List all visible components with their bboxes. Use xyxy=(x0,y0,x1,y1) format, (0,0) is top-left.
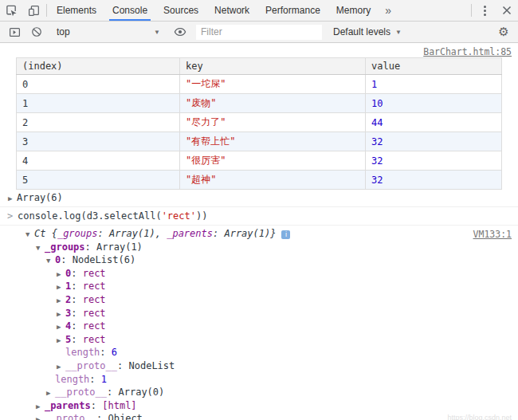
tree-property-row[interactable]: ▶1: rect xyxy=(6,280,512,293)
tree-property-row[interactable]: ▶__proto__: NodeList xyxy=(6,359,512,373)
devtools-tabbar: ElementsConsoleSourcesNetworkPerformance… xyxy=(0,0,518,22)
property-value: [html] xyxy=(102,400,136,411)
property-key: _groups xyxy=(45,241,85,253)
context-selector-label: top xyxy=(57,26,154,37)
property-value: 6 xyxy=(112,347,117,358)
settings-button[interactable]: ⚙ xyxy=(492,25,515,39)
key-value-separator: : xyxy=(71,320,82,332)
table-cell: 0 xyxy=(17,75,180,94)
tab-network[interactable]: Network xyxy=(206,0,257,21)
divider xyxy=(471,4,472,17)
key-value-separator: : xyxy=(100,347,111,358)
filter-input[interactable] xyxy=(196,25,322,40)
triangle-collapsed-icon: ▶ xyxy=(46,387,55,400)
devtools-window: ElementsConsoleSourcesNetworkPerformance… xyxy=(0,0,518,420)
table-row: 5"超神"32 xyxy=(17,171,502,190)
tree-property-row[interactable]: ▶0: rect xyxy=(6,267,512,281)
console-table: (index)keyvalue 0"一坨屎"11"废物"102"尽力了"443"… xyxy=(16,57,502,190)
object-tree: ▼_groups: Array(1)▼0: NodeList(6)▶0: rec… xyxy=(6,241,512,420)
devtools-menu-button[interactable] xyxy=(473,0,496,21)
device-toolbar-button[interactable] xyxy=(22,0,45,21)
gear-icon: ⚙ xyxy=(498,25,508,39)
triangle-collapsed-icon: ▶ xyxy=(36,400,45,414)
table-row: 0"一坨屎"1 xyxy=(17,75,502,94)
table-cell: "超神" xyxy=(180,171,366,190)
property-key: _parents xyxy=(45,400,91,411)
property-value: rect xyxy=(83,268,106,279)
tree-property-row[interactable]: length: 6 xyxy=(6,346,512,359)
tree-property-row[interactable]: ▼0: NodeList(6) xyxy=(6,253,512,267)
array-toggle[interactable]: ▶Array(6) xyxy=(8,192,512,203)
table-row: 3"有帮上忙"32 xyxy=(17,132,502,151)
command-code: console.log(d3.selectAll('rect')) xyxy=(18,210,207,222)
tab-console[interactable]: Console xyxy=(104,0,155,21)
info-icon: i xyxy=(281,230,290,239)
table-column-header[interactable]: (index) xyxy=(17,58,180,75)
tree-property-row[interactable]: ▶4: rect xyxy=(6,320,512,333)
table-cell: 3 xyxy=(17,132,180,151)
source-link-barchart[interactable]: BarChart.html:85 xyxy=(423,46,512,57)
property-value: Object xyxy=(108,413,142,420)
source-link-vm[interactable]: VM133:1 xyxy=(473,229,512,240)
table-cell: 32 xyxy=(366,151,502,171)
table-column-header[interactable]: key xyxy=(180,58,366,75)
property-value: Array(0) xyxy=(118,387,164,398)
array-toggle-label: Array(6) xyxy=(17,192,63,203)
table-cell: "很厉害" xyxy=(180,151,366,171)
close-icon xyxy=(502,6,512,15)
inspect-element-button[interactable] xyxy=(0,0,22,21)
key-value-separator: : xyxy=(61,254,72,265)
tree-property-row[interactable]: length: 1 xyxy=(6,373,512,387)
property-value: NodeList xyxy=(128,360,175,371)
key-value-separator: : xyxy=(71,268,82,279)
console-messages: BarChart.html:85 (index)keyvalue 0"一坨屎"1… xyxy=(0,43,518,420)
triangle-collapsed-icon: ▶ xyxy=(57,360,65,374)
key-value-separator: : xyxy=(107,387,118,398)
triangle-collapsed-icon: ▶ xyxy=(8,194,17,202)
tree-property-row[interactable]: ▼_groups: Array(1) xyxy=(6,241,512,254)
property-value: Array(1) xyxy=(96,241,143,253)
preview-segment: _parents xyxy=(167,228,213,239)
table-column-header[interactable]: value xyxy=(366,58,502,75)
property-key: __proto__ xyxy=(45,413,96,420)
table-row: 1"废物"10 xyxy=(17,94,502,113)
key-value-separator: : xyxy=(85,241,96,253)
tree-property-row[interactable]: ▶3: rect xyxy=(6,307,512,320)
devtools-tabs: ElementsConsoleSourcesNetworkPerformance… xyxy=(49,0,379,21)
tree-property-row[interactable]: ▶__proto__: Object xyxy=(6,412,512,420)
live-expression-button[interactable] xyxy=(169,26,191,38)
more-tabs-button[interactable]: » xyxy=(379,0,398,21)
log-levels-dropdown[interactable]: Default levels ▼ xyxy=(327,26,408,37)
tree-property-row[interactable]: ▶__proto__: Array(0) xyxy=(6,386,512,399)
property-key: __proto__ xyxy=(65,360,117,371)
table-cell: "尽力了" xyxy=(180,113,366,132)
property-value: rect xyxy=(83,308,106,319)
tab-memory[interactable]: Memory xyxy=(328,0,379,21)
table-cell: 32 xyxy=(366,171,502,190)
console-toolbar: top ▼ Default levels ▼ ⚙ xyxy=(0,22,518,43)
console-drawer-icon xyxy=(9,26,21,38)
key-value-separator: : xyxy=(71,294,82,305)
tree-property-row[interactable]: ▶5: rect xyxy=(6,333,512,347)
key-value-separator: : xyxy=(71,281,82,292)
chevron-down-icon: ▼ xyxy=(395,29,402,36)
key-value-separator: : xyxy=(89,374,100,385)
close-devtools-button[interactable] xyxy=(496,0,518,21)
triangle-expanded-icon: ▼ xyxy=(26,228,34,241)
tab-elements[interactable]: Elements xyxy=(49,0,104,21)
tree-property-row[interactable]: ▶2: rect xyxy=(6,293,512,307)
tab-performance[interactable]: Performance xyxy=(257,0,328,21)
context-selector-dropdown[interactable]: top ▼ xyxy=(52,24,165,40)
property-value: rect xyxy=(83,294,106,305)
table-cell: "有帮上忙" xyxy=(180,132,366,151)
object-preview-row[interactable]: ▼Ct {_groups: Array(1), _parents: Array(… xyxy=(6,227,512,241)
preview-segment: Ct { xyxy=(34,228,57,239)
triangle-collapsed-icon: ▶ xyxy=(57,294,65,308)
triangle-collapsed-icon: ▶ xyxy=(57,268,65,281)
device-toolbar-icon xyxy=(28,5,40,17)
clear-console-button[interactable] xyxy=(26,26,48,37)
console-sidebar-toggle[interactable] xyxy=(3,26,26,38)
tree-property-row[interactable]: ▶_parents: [html] xyxy=(6,399,512,413)
console-table-message: BarChart.html:85 (index)keyvalue 0"一坨屎"1… xyxy=(0,43,518,207)
tab-sources[interactable]: Sources xyxy=(155,0,206,21)
